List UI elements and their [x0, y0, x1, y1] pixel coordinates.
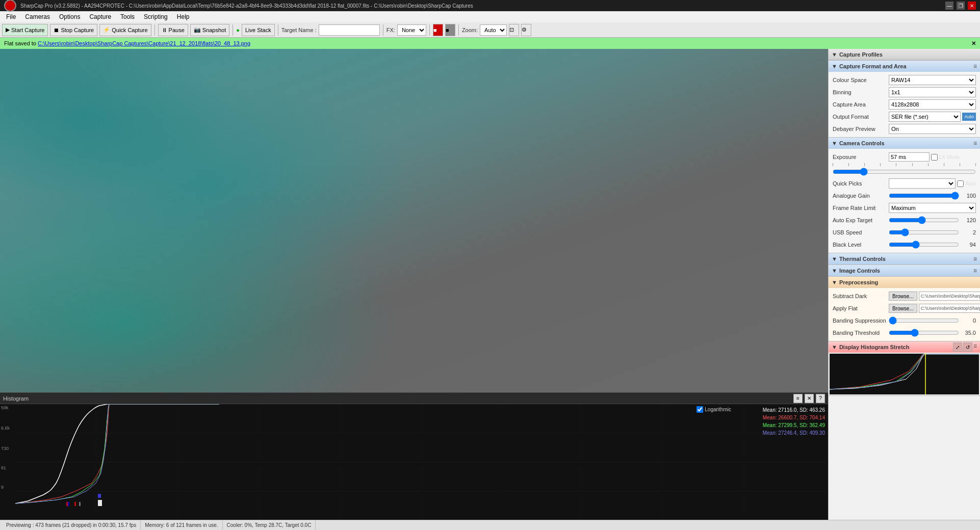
histogram-menu-btn[interactable]: ≡	[793, 394, 803, 403]
close-button[interactable]: ✕	[968, 2, 976, 10]
camera-controls-header[interactable]: ▼ Camera Controls ≡	[829, 138, 980, 149]
auto-exp-slider[interactable]	[889, 216, 959, 224]
menu-scripting[interactable]: Scripting	[140, 12, 172, 21]
output-format-select[interactable]: SER file (*.ser)	[889, 112, 961, 122]
statusbar: Previewing : 473 frames (21 dropped) in …	[0, 520, 828, 530]
auto-exp-row: Auto Exp Target 120	[829, 214, 980, 226]
menu-cameras[interactable]: Cameras	[21, 12, 54, 21]
quick-picks-auto-checkbox[interactable]	[957, 180, 964, 187]
notification-close-button[interactable]: ✕	[971, 40, 976, 47]
black-level-slider[interactable]	[889, 241, 959, 249]
display-histogram-stretch-header[interactable]: ▼ Display Histogram Stretch ⤢ ↺ ≡	[829, 341, 980, 353]
camera-controls-content: Exposure LX Mode	[829, 149, 980, 253]
menu-file[interactable]: File	[2, 12, 20, 21]
analogue-gain-control: 100	[889, 192, 976, 200]
notification-link[interactable]: C:\Users\robin\Desktop\SharpCap Captures…	[38, 40, 250, 46]
dhs-menu-btn[interactable]: ≡	[973, 342, 977, 352]
zoom-select[interactable]: Auto	[480, 24, 507, 36]
exposure-label: Exposure	[833, 154, 889, 160]
preprocessing-header[interactable]: ▼ Preprocessing	[829, 277, 980, 288]
dhs-buttons: ⤢ ↺ ≡	[953, 342, 977, 352]
quick-capture-button[interactable]: ⚡ Quick Capture	[99, 24, 151, 36]
auto-exp-label: Auto Exp Target	[833, 217, 889, 223]
histogram-help-btn[interactable]: ?	[816, 394, 825, 403]
start-capture-button[interactable]: ▶ Start Capture	[2, 24, 48, 36]
banding-threshold-slider[interactable]	[889, 329, 959, 337]
quick-picks-select[interactable]	[889, 178, 956, 189]
pause-icon: ⏸	[162, 27, 167, 33]
debayer-preview-control: On	[889, 124, 976, 134]
stop-capture-button[interactable]: ⏹ Stop Capture	[50, 24, 97, 36]
snapshot-button[interactable]: 📷 Snapshot	[190, 24, 229, 36]
color-btn-2[interactable]: ■	[445, 24, 455, 36]
histogram-close-btn[interactable]: ✕	[805, 394, 814, 403]
black-level-row: Black Level 94	[829, 238, 980, 251]
exposure-input[interactable]	[889, 152, 930, 162]
thermal-controls-header[interactable]: ▼ Thermal Controls ≡	[829, 253, 980, 264]
capture-format-header[interactable]: ▼ Capture Format and Area ≡	[829, 61, 980, 72]
tick	[944, 163, 944, 166]
camera-controls-menu-btn[interactable]: ≡	[973, 140, 977, 147]
capture-area-row: Capture Area 4128x2808	[829, 98, 980, 111]
status-memory: Memory: 6 of 121 frames in use.	[141, 520, 222, 530]
titlebar-controls: — ❐ ✕	[945, 2, 976, 10]
apply-flat-label: Apply Flat	[833, 305, 889, 311]
color-btn-1[interactable]: ■	[433, 24, 443, 36]
zoom-fit-btn[interactable]: ⊡	[509, 24, 519, 36]
menu-capture[interactable]: Capture	[85, 12, 115, 21]
titlebar: SharpCap Pro (v3.2.5892) - AA294CPROTEC …	[0, 0, 980, 11]
preprocessing-content: Subtract Dark Browse... C:\Users\robin\D…	[829, 288, 980, 341]
colour-space-control: RAW14	[889, 75, 976, 85]
debayer-preview-select[interactable]: On	[889, 124, 976, 134]
apply-flat-browse-btn[interactable]: Browse...	[889, 304, 917, 313]
svg-rect-18	[98, 494, 101, 498]
analogue-gain-slider[interactable]	[889, 192, 959, 200]
dhs-stretch-btn[interactable]: ⤢	[953, 342, 962, 352]
subtract-dark-path: C:\Users\robin\Desktop\SharpCap Ca...	[919, 292, 980, 301]
pause-button[interactable]: ⏸ Pause	[158, 24, 188, 36]
live-stack-button[interactable]: Live Stack	[242, 24, 275, 36]
exposure-row: Exposure LX Mode	[829, 151, 980, 163]
dhs-reset-btn[interactable]: ↺	[963, 342, 972, 352]
pause-label: Pause	[169, 27, 185, 33]
camera-controls-title-text: Camera Controls	[839, 140, 885, 146]
minimize-button[interactable]: —	[945, 2, 953, 10]
exposure-slider[interactable]	[833, 168, 976, 175]
preprocessing-title-text: Preprocessing	[839, 279, 878, 285]
capture-profiles-header[interactable]: ▼ Capture Profiles	[829, 49, 980, 60]
svg-rect-13	[66, 502, 68, 506]
usb-speed-slider[interactable]	[889, 228, 959, 236]
lx-mode-checkbox[interactable]	[931, 154, 938, 161]
camera-controls-collapse: ▼	[832, 140, 837, 146]
subtract-dark-control: Browse... C:\Users\robin\Desktop\SharpCa…	[889, 292, 980, 301]
image-view[interactable]	[0, 49, 828, 392]
capture-area-select[interactable]: 4128x2808	[889, 99, 976, 110]
toolbar-sep-1	[154, 24, 155, 36]
binning-select[interactable]: 1x1	[889, 87, 976, 97]
capture-format-section: ▼ Capture Format and Area ≡ Colour Space…	[829, 61, 980, 138]
start-capture-label: Start Capture	[11, 27, 44, 33]
image-controls-menu-btn[interactable]: ≡	[973, 267, 977, 274]
thermal-menu-btn[interactable]: ≡	[973, 255, 977, 262]
fx-select[interactable]: None	[397, 24, 426, 36]
target-name-input[interactable]	[319, 24, 380, 36]
black-level-control: 94	[889, 241, 976, 249]
banding-suppression-slider[interactable]	[889, 316, 959, 325]
dhs-title: ▼ Display Histogram Stretch	[832, 344, 909, 350]
auto-exp-value: 120	[961, 217, 976, 223]
toolbar-sep-2	[233, 24, 233, 36]
subtract-dark-browse-btn[interactable]: Browse...	[889, 292, 917, 301]
hist-y-label-3: 81	[1, 465, 6, 470]
maximize-button[interactable]: ❐	[957, 2, 965, 10]
menu-tools[interactable]: Tools	[116, 12, 139, 21]
menu-help[interactable]: Help	[173, 12, 194, 21]
frame-rate-select[interactable]: Maximum	[889, 203, 976, 213]
image-controls-header[interactable]: ▼ Image Controls ≡	[829, 265, 980, 276]
settings-btn[interactable]: ⚙	[521, 24, 531, 36]
capture-format-menu-btn[interactable]: ≡	[973, 63, 977, 70]
binning-control: 1x1	[889, 87, 976, 97]
thermal-controls-section: ▼ Thermal Controls ≡	[829, 253, 980, 265]
colour-space-select[interactable]: RAW14	[889, 75, 976, 85]
menu-options[interactable]: Options	[55, 12, 84, 21]
output-format-auto-btn[interactable]: Auto	[962, 113, 976, 121]
